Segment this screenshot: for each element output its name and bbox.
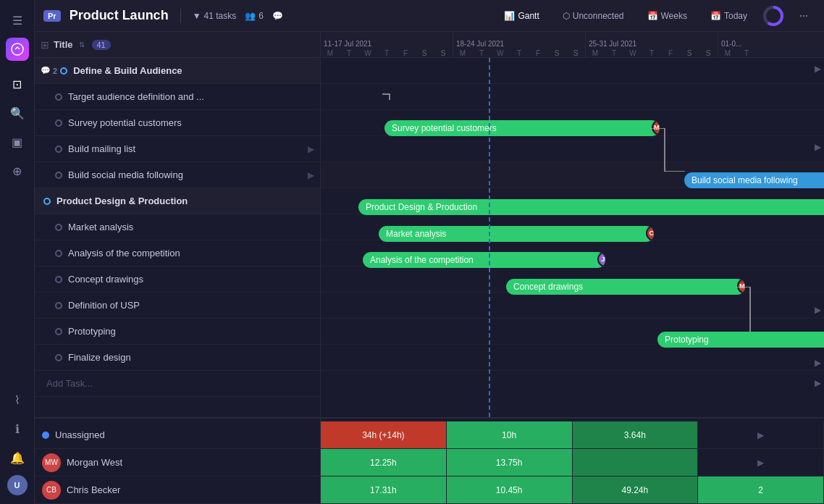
summary-data: 34h (+14h) 10h 3.64h ▶ 12.25h 13.75h ▶ 1…	[321, 419, 824, 504]
task-status-dot	[55, 328, 62, 335]
market-analysis-bar[interactable]: Market analysis CB	[379, 226, 654, 242]
task-status-dot	[55, 302, 62, 309]
col-handle-icon: ⊞	[41, 39, 49, 51]
task-status-dot	[43, 198, 51, 205]
morgan-col2: 13.75h	[447, 449, 573, 476]
task-row[interactable]: Build social media following ▶	[35, 162, 320, 188]
market-analysis-label: Market analysis	[386, 229, 446, 239]
social-media-bar[interactable]: Build social media following	[684, 172, 824, 188]
usp-arrow: ▶	[815, 304, 821, 315]
nav-search-icon[interactable]: 🔍	[6, 101, 29, 125]
nav-add-icon[interactable]: ⊕	[6, 159, 29, 182]
competition-bar[interactable]: Analysis of the competition JD	[363, 252, 605, 268]
prototyping-bar[interactable]: Prototyping	[657, 332, 824, 348]
nav-info-icon[interactable]: ℹ	[6, 417, 29, 440]
unassigned-col3: 3.64h	[573, 421, 699, 448]
task-row[interactable]: Concept drawings	[35, 266, 320, 293]
unconnected-btn[interactable]: ⬡ Unconnected	[555, 8, 631, 24]
filter-count: 41 tasks	[204, 11, 237, 21]
task-list-panel: ⊞ Title ⇅ 41 💬 2 Define & Build Audience	[35, 32, 321, 417]
task-row[interactable]: Product Design & Production	[35, 188, 320, 214]
nav-folder-icon[interactable]: ▣	[6, 130, 29, 154]
nav-home-icon[interactable]: ⊡	[6, 72, 29, 96]
calendar-icon: 📅	[647, 11, 658, 21]
task-row[interactable]: Finalize design	[35, 345, 320, 371]
content-area: ⊞ Title ⇅ 41 💬 2 Define & Build Audience	[35, 32, 824, 504]
day-T2: T	[377, 49, 396, 57]
unassigned-col2: 10h	[447, 421, 573, 448]
chris-col3: 49.24h	[573, 476, 699, 503]
day-T3: T	[472, 49, 491, 57]
members-count: 6	[258, 11, 264, 21]
task-status-dot	[55, 354, 62, 361]
today-label: Today	[724, 11, 747, 21]
concept-bar[interactable]: Concept drawings MW	[506, 279, 745, 295]
user-avatar[interactable]: U	[7, 475, 28, 495]
day-M4: M	[586, 49, 605, 57]
task-row[interactable]: Market analysis	[35, 214, 320, 240]
task-row[interactable]: Target audience definition and ...	[35, 84, 320, 110]
day-S4: S	[566, 49, 585, 57]
chris-data-row: 17.31h 10.45h 49.24h 2	[321, 476, 824, 504]
task-row[interactable]: Build mailing list ▶	[35, 136, 320, 162]
weeks-btn[interactable]: 📅 Weeks	[640, 8, 694, 24]
day-F: F	[396, 49, 415, 57]
gantt-icon: 📊	[504, 11, 515, 21]
competition-avatar: JD	[597, 252, 605, 267]
task-name: Market analysis	[68, 222, 314, 232]
task-row[interactable]: Definition of USP	[35, 293, 320, 319]
menu-icon[interactable]: ☰	[6, 9, 29, 32]
brand-icon[interactable]	[6, 38, 29, 61]
chris-extra: 2	[698, 476, 824, 503]
task-row[interactable]: Survey potential customers	[35, 110, 320, 136]
today-btn[interactable]: 📅 Today	[703, 8, 754, 24]
market-avatar: CB	[646, 226, 654, 241]
day-M5: M	[718, 49, 737, 57]
task-status-dot	[55, 119, 62, 127]
day-F4: F	[661, 49, 680, 57]
task-name: Build social media following	[68, 169, 308, 180]
unassigned-arrow: ▶	[698, 421, 824, 448]
summary-row-chris: CB Chris Becker	[35, 476, 320, 504]
comments-meta: 💬	[272, 11, 283, 21]
nav-chart-icon[interactable]: ⌇	[6, 388, 29, 411]
mailing-arrow: ▶	[815, 141, 821, 152]
weeks-label: Weeks	[661, 11, 687, 21]
gantt-view-btn[interactable]: 📊 Gantt	[497, 8, 546, 24]
row-arrow-icon: ▶	[308, 170, 314, 180]
morgan-data-row: 12.25h 13.75h ▶	[321, 449, 824, 476]
morgan-name: Morgan West	[67, 457, 122, 468]
task-row[interactable]: 💬 2 Define & Build Audience	[35, 58, 320, 84]
project-badge: Pr	[43, 10, 61, 22]
sidebar: ☰ ⊡ 🔍 ▣ ⊕ ⌇ ℹ 🔔 U	[0, 0, 35, 504]
summary-row-unassigned: Unassigned	[35, 421, 320, 449]
week-label-4: 01-0...	[718, 38, 756, 49]
gantt-row-bg	[321, 58, 824, 84]
morgan-avatar: MW	[42, 453, 61, 472]
unassigned-label: Unassigned	[55, 429, 105, 440]
today-line	[489, 58, 490, 417]
task-status-dot	[55, 224, 62, 231]
survey-bar-label: Survey potential customers	[392, 123, 497, 133]
filter-meta: ▼ 41 tasks	[193, 11, 237, 21]
add-task-row[interactable]: Add Task...	[35, 371, 320, 397]
task-status-dot	[55, 172, 62, 179]
nav-bell-icon[interactable]: 🔔	[6, 446, 29, 469]
comments-icon: 💬	[272, 11, 283, 21]
social-bar-label: Build social media following	[691, 175, 798, 185]
week-label-1: 11-17 Jul 2021	[321, 38, 453, 49]
sort-icon[interactable]: ⇅	[79, 41, 85, 49]
task-row[interactable]: Analysis of the competition	[35, 240, 320, 266]
task-row[interactable]: Prototyping	[35, 319, 320, 345]
more-btn[interactable]: ⋯	[792, 8, 815, 24]
day-T: T	[340, 49, 358, 57]
task-count-badge: 41	[92, 40, 111, 50]
day-T5: T	[605, 49, 623, 57]
task-name: Build mailing list	[68, 143, 308, 154]
survey-bar[interactable]: Survey potential customers MW	[384, 120, 660, 136]
header: Pr Product Launch ▼ 41 tasks 👥 6 💬 📊 Gan…	[35, 0, 824, 32]
product-design-bar[interactable]: Product Design & Production	[358, 199, 824, 215]
task-status-dot	[55, 276, 62, 283]
arrow-connector-survey	[382, 88, 394, 100]
prototyping-label: Prototyping	[665, 335, 709, 345]
